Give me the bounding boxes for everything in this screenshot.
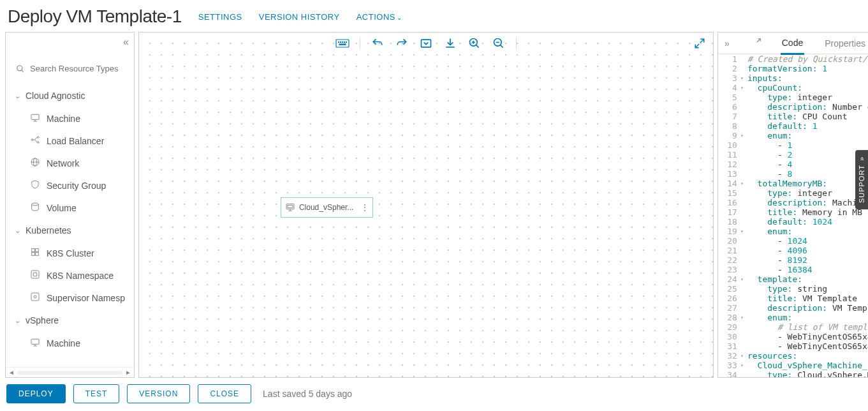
- code-content: description: VM Template: [742, 303, 868, 313]
- code-line[interactable]: 27 description: VM Template: [718, 303, 868, 313]
- resource-item-volume[interactable]: Volume: [6, 197, 134, 219]
- sidebar-collapse-icon[interactable]: «: [123, 36, 129, 48]
- svg-point-25: [342, 41, 342, 42]
- code-line[interactable]: 16 description: Machine virtual memory s…: [718, 198, 868, 207]
- code-line[interactable]: 21 - 4096: [718, 246, 868, 255]
- keyboard-icon[interactable]: [335, 36, 349, 50]
- support-tab[interactable]: SUPPORT »: [855, 150, 868, 209]
- code-line[interactable]: 4 cpuCount:: [718, 83, 868, 93]
- line-number: 1: [718, 54, 742, 64]
- scroll-right-icon[interactable]: ►: [122, 369, 134, 376]
- undo-icon[interactable]: [371, 36, 385, 50]
- code-line[interactable]: 7 title: CPU Count: [718, 112, 868, 121]
- group-header-vsphere[interactable]: ⌄vSphere: [6, 309, 134, 332]
- svg-point-6: [37, 137, 39, 138]
- line-number: 3: [718, 73, 742, 83]
- zoom-out-icon[interactable]: [492, 36, 506, 50]
- group-header-kubernetes[interactable]: ⌄Kubernetes: [6, 219, 134, 242]
- code-line[interactable]: 22 - 8192: [718, 255, 868, 265]
- code-line[interactable]: 11 - 2: [718, 150, 868, 160]
- code-line[interactable]: 10 - 1: [718, 140, 868, 150]
- right-panel-tabs: » Code Properties Inputs: [718, 33, 868, 54]
- code-line[interactable]: 29 # list of VM templates: [718, 322, 868, 332]
- settings-link[interactable]: SETTINGS: [198, 12, 242, 22]
- page-title: Deploy VM Template-1: [8, 6, 182, 27]
- line-number: 28: [718, 313, 742, 322]
- code-line[interactable]: 18 default: 1024: [718, 217, 868, 227]
- zoom-in-icon[interactable]: [467, 36, 482, 50]
- code-line[interactable]: 26 title: VM Template: [718, 294, 868, 303]
- code-line[interactable]: 17 title: Memory in MB: [718, 207, 868, 217]
- code-line[interactable]: 19 enum:: [718, 227, 868, 236]
- code-line[interactable]: 24 template:: [718, 274, 868, 284]
- code-line[interactable]: 12 - 4: [718, 160, 868, 169]
- svg-line-35: [500, 45, 503, 48]
- code-line[interactable]: 13 - 8: [718, 169, 868, 179]
- code-content: type: integer: [742, 188, 832, 198]
- design-canvas[interactable]: Cloud_vSpher... ⋮: [139, 33, 713, 377]
- resource-item-k8s-namespace[interactable]: K8S Namespace: [6, 264, 134, 287]
- version-history-link[interactable]: VERSION HISTORY: [259, 12, 340, 22]
- code-line[interactable]: 1# Created by Quickstart/Setup Cloud wiz…: [718, 54, 868, 64]
- code-line[interactable]: 32resources:: [718, 351, 868, 361]
- version-button[interactable]: VERSION: [127, 384, 190, 403]
- line-number: 24: [718, 274, 742, 284]
- resource-item-machine[interactable]: Machine: [6, 107, 134, 130]
- code-content: type: string: [742, 284, 827, 294]
- code-line[interactable]: 8 default: 1: [718, 121, 868, 131]
- panel-collapse-icon[interactable]: »: [725, 38, 730, 49]
- code-line[interactable]: 20 - 1024: [718, 236, 868, 246]
- code-line[interactable]: 33 Cloud_vSphere_Machine_1:: [718, 361, 868, 370]
- panel-expand-icon[interactable]: [753, 38, 761, 49]
- code-content: default: 1024: [742, 217, 832, 227]
- tab-code[interactable]: Code: [781, 33, 804, 55]
- svg-point-18: [34, 295, 36, 298]
- svg-rect-22: [336, 40, 349, 47]
- code-line[interactable]: 14 totalMemoryMB:: [718, 179, 868, 188]
- line-number: 32: [718, 351, 742, 361]
- code-line[interactable]: 23 - 16384: [718, 265, 868, 274]
- resource-label: Volume: [47, 203, 77, 213]
- redo-icon[interactable]: [395, 36, 409, 50]
- scroll-left-icon[interactable]: ◄: [6, 369, 17, 376]
- code-line[interactable]: 15 type: integer: [718, 188, 868, 198]
- code-line[interactable]: 31 - WebTinyCentOS65x86-NSXT: [718, 341, 868, 351]
- resource-label: Load Balancer: [47, 136, 104, 146]
- code-line[interactable]: 3inputs:: [718, 73, 868, 83]
- code-line[interactable]: 25 type: string: [718, 284, 868, 294]
- test-button[interactable]: TEST: [73, 384, 120, 403]
- search-resource-types[interactable]: [11, 59, 129, 78]
- code-line[interactable]: 30 - WebTinyCentOS65x86: [718, 332, 868, 341]
- node-menu-icon[interactable]: ⋮: [360, 202, 369, 213]
- code-line[interactable]: 5 type: integer: [718, 93, 868, 102]
- code-line[interactable]: 6 description: Number of virtual process…: [718, 102, 868, 112]
- resource-item-k8s-cluster[interactable]: K8S Cluster: [6, 242, 134, 264]
- yaml-editor[interactable]: 1# Created by Quickstart/Setup Cloud wiz…: [718, 54, 868, 377]
- line-number: 13: [718, 169, 742, 179]
- line-number: 5: [718, 93, 742, 102]
- fit-icon[interactable]: [419, 36, 433, 50]
- code-line[interactable]: 9 enum:: [718, 131, 868, 140]
- code-line[interactable]: 34 type: Cloud.vSphere.Machine: [718, 370, 868, 377]
- resource-item-supervisor-namesp[interactable]: Supervisor Namesp: [6, 287, 134, 309]
- code-line[interactable]: 28 enum:: [718, 313, 868, 322]
- resource-item-security-group[interactable]: Security Group: [6, 174, 134, 197]
- svg-rect-12: [32, 249, 35, 252]
- resource-item-network[interactable]: Network: [6, 152, 134, 174]
- deploy-button[interactable]: DEPLOY: [6, 384, 66, 403]
- code-content: cpuCount:: [742, 83, 802, 93]
- sidebar-horizontal-scrollbar[interactable]: ◄ ►: [6, 367, 134, 377]
- canvas-node-vsphere-machine[interactable]: Cloud_vSpher... ⋮: [281, 197, 373, 218]
- code-line[interactable]: 2formatVersion: 1: [718, 64, 868, 73]
- resource-label: K8S Cluster: [47, 248, 94, 258]
- tab-properties[interactable]: Properties: [823, 33, 867, 54]
- download-icon[interactable]: [443, 36, 457, 50]
- resource-item-load-balancer[interactable]: Load Balancer: [6, 130, 134, 152]
- actions-menu[interactable]: ACTIONS⌄: [357, 12, 402, 22]
- line-number: 8: [718, 121, 742, 131]
- group-header-cloud-agnostic[interactable]: ⌄Cloud Agnostic: [6, 84, 134, 107]
- search-input[interactable]: [29, 63, 124, 74]
- close-button[interactable]: CLOSE: [198, 384, 251, 403]
- resource-icon: [30, 269, 40, 281]
- resource-item-machine[interactable]: Machine: [6, 332, 134, 354]
